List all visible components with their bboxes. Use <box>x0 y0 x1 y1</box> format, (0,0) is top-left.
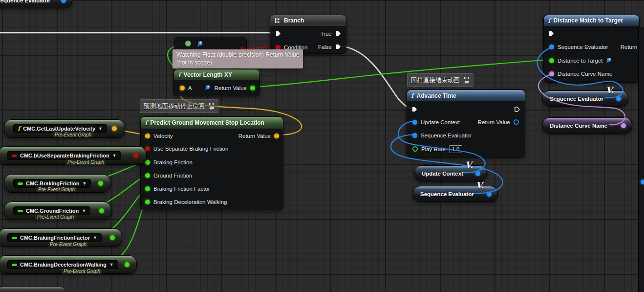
watched-pin[interactable] <box>185 41 191 46</box>
update-context-in[interactable]: Update Context <box>412 118 460 126</box>
branch-false-out[interactable]: False <box>318 43 342 51</box>
braking-friction-in[interactable]: Braking Friction <box>145 158 193 166</box>
node-offscreen-bottom-left[interactable] <box>0 287 65 292</box>
float-output-pin[interactable] <box>98 181 103 186</box>
float-pin[interactable] <box>145 173 150 178</box>
branch-header[interactable]: Branch <box>270 15 346 26</box>
node-branch[interactable]: Branch True Condition False <box>270 15 346 54</box>
node-predict-ground-movement-stop-location[interactable]: f Predict Ground Movement Stop Location … <box>140 116 283 210</box>
chevron-down-icon[interactable]: ▼ <box>82 208 86 213</box>
branch-exec-in[interactable] <box>275 29 281 38</box>
exec-in[interactable] <box>411 105 418 113</box>
float-output-pin[interactable] <box>110 235 115 240</box>
return-value-pin[interactable] <box>250 86 255 90</box>
a-pin[interactable] <box>180 86 185 90</box>
float-pin[interactable] <box>145 186 150 191</box>
return-value-pin[interactable] <box>274 134 279 138</box>
object-output-pin[interactable] <box>475 171 480 176</box>
a-in[interactable]: A <box>180 84 192 92</box>
chevron-down-icon[interactable]: ▼ <box>98 126 103 131</box>
play-rate-pin[interactable] <box>412 146 418 152</box>
vector-output-pin[interactable] <box>112 126 117 131</box>
return-value-out[interactable]: Return Value <box>621 43 640 51</box>
sequence-evaluator-in[interactable]: Sequence Evaluator <box>549 43 608 51</box>
pill-sequence-evaluator-mid[interactable]: Sequence Evaluator <box>413 186 498 202</box>
chevron-down-icon[interactable]: ▼ <box>112 153 117 158</box>
sequence-evaluator-pin[interactable] <box>549 45 554 49</box>
return-value-out[interactable]: Return Value <box>205 84 255 92</box>
exec-in[interactable] <box>548 29 555 38</box>
pin-label: Braking Deceleration Walking <box>153 199 227 205</box>
distance-to-target-pin[interactable] <box>549 58 554 63</box>
chevron-down-icon[interactable]: ▼ <box>93 235 97 240</box>
wire-exec-branch-false-to-advance-time[interactable] <box>341 46 413 108</box>
pill-update-context[interactable]: Update Context <box>414 165 487 181</box>
bool-pin[interactable] <box>145 146 150 151</box>
predict-header[interactable]: f Predict Ground Movement Stop Location <box>141 117 283 129</box>
distance-match-header[interactable]: f Distance Match to Target <box>544 15 639 26</box>
object-output-pin[interactable] <box>487 192 492 197</box>
use-separate-braking-friction-in[interactable]: Use Separate Braking Friction <box>145 144 228 153</box>
predict-title: Predict Ground Movement Stop Location <box>150 119 264 126</box>
chevron-down-icon[interactable]: ▼ <box>109 262 114 267</box>
advance-time-header[interactable]: f Advance Time <box>407 90 525 101</box>
braking-friction-factor-in[interactable]: Braking Friction Factor <box>145 184 210 193</box>
float-output-pin[interactable] <box>99 208 104 213</box>
node-distance-match-to-target[interactable]: f Distance Match to Target Sequence Eval… <box>543 15 640 83</box>
float-output-pin[interactable] <box>125 262 129 267</box>
distance-match-title: Distance Match to Target <box>554 17 623 24</box>
play-rate-value-input[interactable]: 1.0 <box>449 145 462 153</box>
play-rate-in[interactable]: Play Rate 1.0 <box>412 145 462 153</box>
vector-length-title: Vector Length XY <box>184 71 232 78</box>
pill-label: Sequence Evaluator <box>420 191 474 197</box>
node-vector-length-xy[interactable]: f Vector Length XY A Return Value <box>173 69 260 96</box>
sequence-evaluator-pin[interactable] <box>412 133 417 138</box>
function-icon: f <box>18 126 20 132</box>
branch-icon <box>274 18 281 23</box>
property-access-box[interactable]: CMC.BrakingFrictionFactor ▼ <box>7 233 102 242</box>
return-value-label: Return Value <box>215 85 247 91</box>
pill-label: Update Context <box>422 171 463 177</box>
blueprint-graph-canvas[interactable]: Sequence Evaluator Branch True Condition <box>0 0 644 292</box>
return-value-out[interactable]: Return Value <box>238 132 279 140</box>
pill-sequence-evaluator-right[interactable]: Sequence Evaluator <box>542 90 628 107</box>
node-advance-time[interactable]: f Advance Time Update Context Return Val… <box>407 90 525 157</box>
comment-bubble-advance[interactable]: 同样直接结束动画 <box>407 73 473 87</box>
object-pin[interactable] <box>641 180 644 184</box>
comment-pin-icon[interactable] <box>209 102 215 111</box>
comment-bubble-predict[interactable]: 预测地面移动停止位置 <box>140 99 218 113</box>
property-access-box[interactable]: CMC.BrakingDecelerationWalking ▼ <box>7 260 118 269</box>
distance-to-target-in[interactable]: Distance to Target <box>549 56 612 65</box>
vector-length-header[interactable]: f Vector Length XY <box>174 69 259 80</box>
object-output-pin[interactable] <box>616 96 621 101</box>
return-value-pin[interactable] <box>514 119 519 125</box>
float-pin[interactable] <box>145 160 150 165</box>
property-access-box[interactable]: CMC.bUseSeparateBrakingFriction ▼ <box>7 151 121 160</box>
chevron-down-icon[interactable]: ▼ <box>82 181 86 186</box>
function-icon: f <box>145 120 148 126</box>
pre-event-graph-label: Pre-Event Graph <box>62 269 102 274</box>
return-value-out[interactable]: Return Value <box>478 118 519 126</box>
sequence-evaluator-in[interactable]: Sequence Evaluator <box>412 131 472 139</box>
comment-pin-icon[interactable] <box>464 76 470 85</box>
ground-friction-in[interactable]: Ground Friction <box>145 171 192 180</box>
pill-distance-curve-name[interactable]: Distance Curve Name <box>542 117 632 134</box>
velocity-pin[interactable] <box>145 134 150 138</box>
branch-true-out[interactable]: True <box>321 29 342 38</box>
node-sequence-evaluator-topleft[interactable]: Sequence Evaluator <box>0 0 72 8</box>
velocity-in[interactable]: Velocity <box>145 132 173 140</box>
distance-curve-name-pin[interactable] <box>549 71 554 76</box>
pill-label: CMC.BrakingDecelerationWalking <box>20 262 107 268</box>
exec-in-pin-icon <box>548 30 555 37</box>
distance-curve-name-in[interactable]: Distance Curve Name <box>549 69 612 78</box>
float-pin[interactable] <box>145 200 150 204</box>
exec-out[interactable] <box>514 105 520 113</box>
function-icon: f <box>178 72 181 78</box>
object-output-pin[interactable] <box>61 0 66 3</box>
update-context-pin[interactable] <box>412 120 417 125</box>
braking-deceleration-walking-in[interactable]: Braking Deceleration Walking <box>145 198 227 206</box>
bool-output-pin[interactable] <box>133 153 138 158</box>
condition-pin[interactable] <box>276 45 280 50</box>
name-output-pin[interactable] <box>621 123 626 128</box>
node-offscreen-right[interactable] <box>638 27 644 292</box>
